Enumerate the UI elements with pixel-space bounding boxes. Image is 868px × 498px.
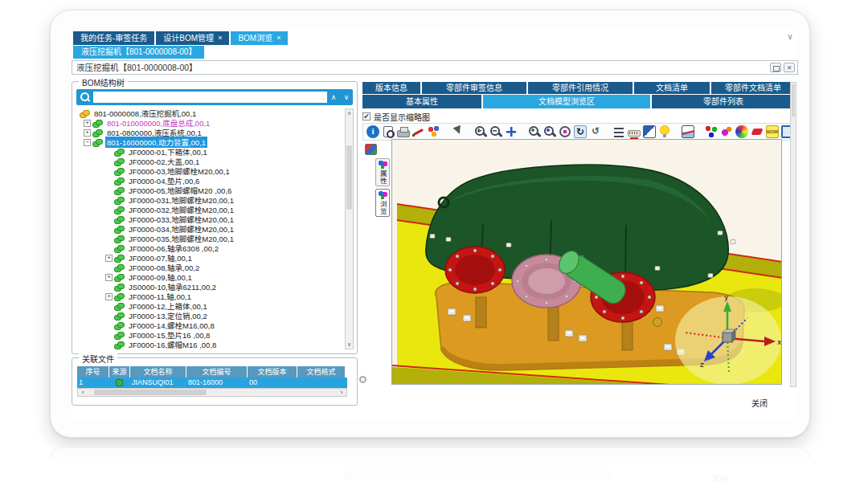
measure-icon[interactable]: [628, 130, 641, 137]
part-link-icon: [114, 274, 125, 281]
close-button[interactable]: 关闭: [751, 397, 768, 409]
maximize-button[interactable]: [770, 63, 781, 72]
tree-scrollbar[interactable]: ∧ ∨: [345, 108, 354, 349]
files-column-header[interactable]: 文档格式: [297, 366, 346, 378]
zoom-in-icon[interactable]: [474, 125, 487, 138]
flange-left[interactable]: [445, 247, 505, 293]
main-tab[interactable]: 设计BOM管理×: [156, 31, 229, 45]
3d-viewport[interactable]: x y z: [391, 139, 782, 385]
bom-tree-label: BOM结构树: [79, 76, 128, 88]
main-tab[interactable]: 我的任务-审签任务: [73, 31, 154, 45]
view-tab[interactable]: 基本属性: [362, 95, 481, 108]
print-icon[interactable]: [397, 130, 410, 137]
viewer-side-tabs: 属性浏览: [375, 158, 390, 217]
collapse-icon[interactable]: −: [84, 139, 91, 146]
main-tab[interactable]: BOM浏览×: [231, 31, 288, 45]
tab-close-icon[interactable]: ×: [276, 31, 280, 45]
detail-tab[interactable]: 零部件审签信息: [422, 82, 526, 94]
file-cell: 1: [77, 378, 109, 388]
tree-item[interactable]: +JF0000-07,轴,00,1: [76, 253, 344, 263]
thumbnail-checkbox[interactable]: ✔: [362, 112, 371, 120]
detail-tab[interactable]: 版本信息: [362, 82, 420, 94]
table-hscrollbar[interactable]: ‹ ›: [77, 388, 347, 397]
detail-tab[interactable]: 零部件文档清单: [711, 82, 795, 94]
annotate-icon[interactable]: [412, 125, 425, 138]
select-icon[interactable]: [451, 125, 464, 138]
tree-item[interactable]: JF0000-08,轴承,00,2: [76, 263, 344, 272]
zoom-dynamic-icon[interactable]: [543, 125, 556, 138]
tree-item[interactable]: JF0000-12,上箱体,00,1: [76, 301, 344, 311]
stamp-icon[interactable]: [720, 125, 733, 138]
detail-tab[interactable]: 文档清单: [634, 82, 710, 94]
layers-icon[interactable]: [612, 125, 625, 138]
close-icon[interactable]: ✕: [784, 63, 795, 72]
hscroll-thumb[interactable]: [94, 390, 207, 395]
zoom-area-icon[interactable]: [528, 125, 541, 138]
chevron-down-icon[interactable]: ∨: [787, 31, 793, 42]
tree-item[interactable]: +JF0000-11,轴,00,1: [76, 292, 344, 301]
model-cube-icon[interactable]: [365, 144, 377, 155]
axis-x-label: x: [777, 338, 782, 346]
main-tab-label: BOM浏览: [238, 31, 272, 45]
viewer-side-tab[interactable]: 浏览: [375, 189, 390, 217]
scroll-thumb[interactable]: [346, 145, 352, 210]
light-icon[interactable]: [658, 125, 671, 138]
detail-scrollbar[interactable]: [790, 82, 796, 387]
tree-item[interactable]: JF0000-16,螺帽M16 ,00,8: [76, 340, 344, 349]
tree-item[interactable]: −801-16000000,动力装置,00,1: [76, 137, 344, 147]
view-tab[interactable]: 文档模型浏览区: [483, 95, 650, 108]
file-row[interactable]: 1JIANSUQI01801-1600000: [77, 378, 347, 388]
search-input[interactable]: [93, 92, 327, 103]
scroll-right-icon[interactable]: ›: [337, 389, 346, 396]
spin-icon[interactable]: [589, 125, 602, 138]
view-tab[interactable]: 零部件列表: [652, 95, 795, 108]
tree-item[interactable]: JS0000-10,轴承6211,00,2: [76, 282, 344, 292]
part-link-icon: [114, 293, 125, 300]
tree-item[interactable]: JF0000-03,地脚螺栓M20,00,1: [76, 166, 344, 176]
expand-icon[interactable]: +: [105, 255, 113, 262]
expand-icon[interactable]: +: [84, 129, 91, 137]
eraser-icon[interactable]: [751, 129, 764, 135]
scroll-left-icon[interactable]: ‹: [78, 389, 88, 396]
detail-tab[interactable]: 零部件引用情况: [528, 82, 633, 94]
expand-icon[interactable]: +: [105, 293, 113, 300]
scroll-up-icon[interactable]: ∧: [346, 109, 353, 117]
orbit-icon[interactable]: [574, 125, 587, 138]
section-icon[interactable]: [682, 125, 694, 138]
palette-icon[interactable]: [428, 125, 440, 138]
search-up-button[interactable]: ∧: [327, 93, 340, 101]
fit-icon[interactable]: [505, 125, 518, 138]
rotate-target-icon[interactable]: [559, 125, 571, 138]
screen-reflection: ‹› 关闭: [50, 447, 810, 498]
window-title: 液压挖掘机【801-0000008-00】: [76, 63, 198, 72]
file-cell: 801-16000: [186, 378, 248, 388]
files-column-header[interactable]: 文档名称: [130, 366, 186, 378]
part-link-icon: [114, 312, 125, 320]
scroll-down-icon[interactable]: ∨: [346, 341, 353, 349]
display-mode-icon[interactable]: [643, 125, 656, 138]
part-link-icon: [114, 255, 125, 262]
file-cell: 00: [248, 378, 297, 388]
file-cell: [297, 378, 346, 388]
part-link-icon: [114, 264, 125, 271]
tree-item[interactable]: JF0000-06,轴承6308 ,00,2: [76, 243, 344, 253]
zoom-out-icon[interactable]: [489, 125, 502, 138]
files-column-header[interactable]: 序号: [77, 366, 109, 378]
files-column-header[interactable]: 文档版本: [248, 366, 297, 378]
part-link-icon: [80, 110, 90, 117]
tree-item[interactable]: JF0000-01,下箱体,00,1: [76, 147, 344, 157]
explode-icon[interactable]: [705, 125, 718, 138]
info-icon[interactable]: [366, 125, 379, 138]
files-column-header[interactable]: 文档编号: [186, 366, 248, 378]
viewer-side-tab[interactable]: 属性: [375, 158, 390, 186]
main-tab-bar: 我的任务-审签任务设计BOM管理×BOM浏览×: [73, 31, 288, 45]
tab-close-icon[interactable]: ×: [218, 31, 222, 45]
color-wheel-icon[interactable]: [735, 125, 748, 138]
preview-icon[interactable]: [383, 126, 393, 137]
bom-icon[interactable]: [766, 125, 779, 138]
expand-icon[interactable]: +: [84, 120, 91, 127]
files-column-header[interactable]: 来源: [109, 366, 130, 378]
document-tab[interactable]: 液压挖掘机【801-0000008-00】: [73, 46, 204, 59]
expand-icon[interactable]: +: [105, 274, 113, 281]
search-down-button[interactable]: ∨: [340, 93, 353, 101]
